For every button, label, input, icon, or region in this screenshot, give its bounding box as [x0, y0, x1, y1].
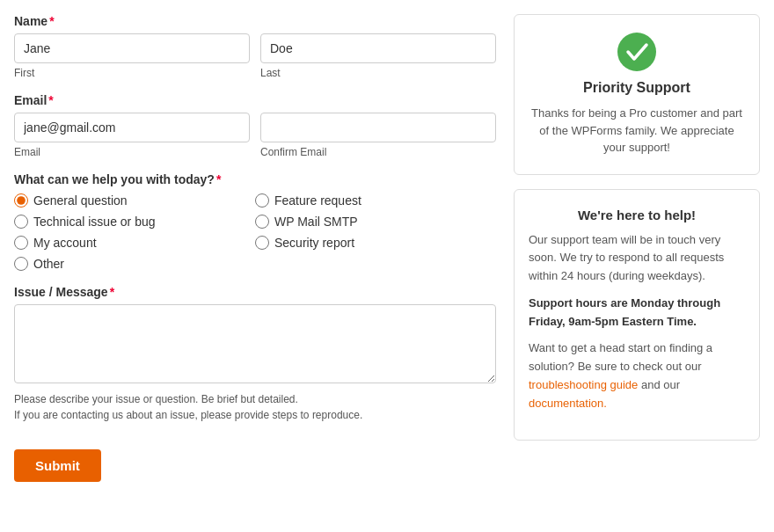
documentation-link[interactable]: documentation. [529, 397, 607, 410]
help-topic-field-group: What can we help you with today?* Genera… [14, 172, 496, 271]
first-name-col: First [14, 33, 250, 79]
email-col: Email [14, 113, 250, 158]
form-section: Name* First Last Email* Em [14, 14, 496, 482]
radio-technical-label: Technical issue or bug [33, 215, 156, 229]
radio-security-label: Security report [274, 236, 354, 250]
radio-col-right: Feature request WP Mail SMTP Security re… [255, 193, 496, 271]
radio-general-label: General question [33, 193, 128, 208]
svg-point-0 [617, 33, 656, 71]
radio-myaccount[interactable]: My account [14, 236, 255, 250]
issue-textarea[interactable] [14, 304, 496, 383]
sidebar-section: Priority Support Thanks for being a Pro … [514, 14, 760, 482]
radio-other-label: Other [33, 257, 64, 271]
email-label-text: Email [14, 93, 47, 107]
name-label: Name* [14, 14, 496, 28]
radio-myaccount-input[interactable] [14, 236, 28, 250]
radio-columns: General question Technical issue or bug … [14, 193, 496, 271]
confirm-email-input[interactable] [260, 113, 496, 142]
radio-wpmail[interactable]: WP Mail SMTP [255, 215, 496, 229]
first-sublabel: First [14, 67, 250, 79]
check-icon [617, 33, 656, 71]
help-card-title: We're here to help! [529, 208, 745, 222]
radio-general[interactable]: General question [14, 193, 255, 208]
confirm-email-sublabel: Confirm Email [260, 146, 496, 158]
name-row: First Last [14, 33, 496, 79]
name-required-star: * [49, 14, 54, 28]
email-sublabel: Email [14, 146, 250, 158]
radio-general-input[interactable] [14, 193, 28, 208]
help-card-para2: Want to get a head start on finding a so… [529, 339, 745, 412]
troubleshooting-guide-link[interactable]: troubleshooting guide [529, 378, 638, 391]
issue-label: Issue / Message* [14, 285, 496, 299]
radio-myaccount-label: My account [33, 236, 97, 250]
priority-text: Thanks for being a Pro customer and part… [529, 105, 745, 157]
radio-other-input[interactable] [14, 257, 28, 271]
radio-other[interactable]: Other [14, 257, 255, 271]
help-topic-label: What can we help you with today?* [14, 172, 496, 186]
radio-feature[interactable]: Feature request [255, 193, 496, 208]
radio-technical[interactable]: Technical issue or bug [14, 215, 255, 229]
email-row: Email Confirm Email [14, 113, 496, 158]
last-name-col: Last [260, 33, 496, 79]
radio-security-input[interactable] [255, 236, 269, 250]
name-label-text: Name [14, 14, 47, 28]
radio-wpmail-input[interactable] [255, 215, 269, 229]
last-name-input[interactable] [260, 33, 496, 63]
priority-title: Priority Support [529, 80, 745, 96]
submit-button[interactable]: Submit [14, 449, 101, 482]
radio-wpmail-label: WP Mail SMTP [274, 215, 358, 229]
last-sublabel: Last [260, 67, 496, 79]
confirm-email-col: Confirm Email [260, 113, 496, 158]
help-card: We're here to help! Our support team wil… [514, 189, 760, 441]
radio-technical-input[interactable] [14, 215, 28, 229]
name-field-group: Name* First Last [14, 14, 496, 79]
help-card-para1: Our support team will be in touch very s… [529, 231, 745, 286]
radio-feature-label: Feature request [274, 193, 361, 208]
help-card-bold: Support hours are Monday through Friday,… [529, 295, 745, 332]
first-name-input[interactable] [14, 33, 250, 63]
issue-help-text: Please describe your issue or question. … [14, 391, 496, 423]
radio-col-left: General question Technical issue or bug … [14, 193, 255, 271]
email-label: Email* [14, 93, 496, 107]
radio-security[interactable]: Security report [255, 236, 496, 250]
email-required-star: * [48, 93, 53, 107]
issue-field-group: Issue / Message* Please describe your is… [14, 285, 496, 423]
issue-required-star: * [110, 285, 114, 299]
page-wrapper: Name* First Last Email* Em [0, 0, 774, 496]
email-input[interactable] [14, 113, 250, 142]
radio-feature-input[interactable] [255, 193, 269, 208]
help-required-star: * [216, 172, 221, 186]
priority-support-card: Priority Support Thanks for being a Pro … [514, 14, 760, 175]
email-field-group: Email* Email Confirm Email [14, 93, 496, 158]
